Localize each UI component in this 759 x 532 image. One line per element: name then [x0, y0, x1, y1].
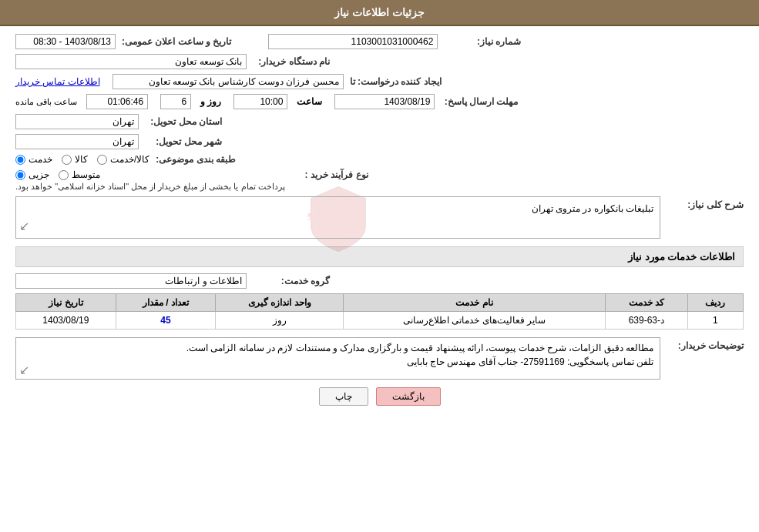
col-name: نام خدمت: [344, 294, 606, 312]
cell-qty: 45: [116, 312, 216, 330]
radio-goods-service-label: کالا/خدمت: [110, 154, 149, 165]
need-description-container: Ana تبلیغات بانکواره در متروی تهران ↙: [15, 196, 660, 239]
date-label: تاریخ و ساعت اعلان عمومی:: [122, 36, 231, 47]
city-row: شهر محل تحویل:: [15, 134, 744, 149]
need-number-label: شماره نیاز:: [444, 36, 521, 47]
contact-link[interactable]: اطلاعات تماس خریدار: [15, 76, 100, 87]
category-radio-group: کالا/خدمت کالا خدمت: [15, 154, 149, 165]
col-code: کد خدمت: [606, 294, 688, 312]
radio-goods-service[interactable]: کالا/خدمت: [97, 154, 149, 165]
col-unit: واحد اندازه گیری: [216, 294, 344, 312]
creator-row: ایجاد کننده درخواست: تا اطلاعات تماس خری…: [15, 74, 744, 89]
main-content: شماره نیاز: تاریخ و ساعت اعلان عمومی: نا…: [0, 26, 759, 421]
radio-partial[interactable]: جزیی: [15, 169, 49, 180]
notes-corner-arrow: ↙: [19, 363, 29, 377]
radio-goods-service-input[interactable]: [97, 155, 107, 165]
page-title: جزئیات اطلاعات نیاز: [334, 6, 425, 18]
buyer-notes-line2: تلفن تماس پاسخگویی: 27591169- جناب آقای …: [22, 356, 653, 367]
radio-partial-label: جزیی: [29, 169, 49, 180]
need-number-input[interactable]: [268, 34, 438, 49]
need-description-label: شرح کلی نیاز:: [667, 196, 744, 210]
radio-goods[interactable]: کالا: [62, 154, 88, 165]
buyer-notes-line1: مطالعه دقیق الزامات، شرح خدمات پیوست، ار…: [22, 343, 653, 353]
radio-medium-label: متوسط: [72, 169, 100, 180]
cell-name: سایر فعالیت‌های خدماتی اطلاع‌رسانی: [344, 312, 606, 330]
cell-date: 1403/08/19: [16, 312, 116, 330]
buyer-org-row: نام دستگاه خریدار:: [15, 54, 744, 69]
category-row: طبقه بندی موضوعی: کالا/خدمت کالا خدمت: [15, 154, 744, 165]
purchase-type-row: نوع فرآیند خرید : متوسط جزیی پرداخت تمام…: [15, 169, 744, 192]
creator-input[interactable]: [113, 74, 344, 89]
buyer-notes-label: توضیحات خریدار:: [667, 337, 744, 351]
deadline-date-input[interactable]: [334, 94, 435, 109]
need-description-row: شرح کلی نیاز: Ana تبلیغات بانکواره در مت…: [15, 196, 744, 239]
need-description-text: تبلیغات بانکواره در متروی تهران: [532, 203, 653, 214]
buyer-org-input[interactable]: [15, 54, 247, 69]
city-input[interactable]: [15, 134, 139, 149]
purchase-type-radio-group: متوسط جزیی: [15, 169, 100, 180]
partial-pay-note: پرداخت تمام یا بخشی از مبلغ خریدار از مح…: [15, 182, 285, 192]
cell-unit: روز: [216, 312, 344, 330]
print-button[interactable]: چاپ: [319, 387, 368, 406]
buyer-notes-row: توضیحات خریدار: مطالعه دقیق الزامات، شرح…: [15, 337, 744, 380]
buyer-notes-box: مطالعه دقیق الزامات، شرح خدمات پیوست، ار…: [15, 337, 660, 380]
col-date: تاریخ نیاز: [16, 294, 116, 312]
radio-medium[interactable]: متوسط: [59, 169, 100, 180]
radio-service[interactable]: خدمت: [15, 154, 52, 165]
deadline-time-input[interactable]: [233, 94, 287, 109]
province-row: استان محل تحویل:: [15, 114, 744, 129]
date-input[interactable]: [15, 34, 116, 49]
service-group-label: گروه خدمت:: [253, 276, 330, 286]
deadline-remaining-input[interactable]: [86, 94, 148, 109]
remaining-label: ساعت باقی مانده: [15, 97, 77, 107]
cell-num: 1: [687, 312, 743, 330]
need-number-row: شماره نیاز: تاریخ و ساعت اعلان عمومی:: [15, 34, 744, 49]
col-qty: تعداد / مقدار: [116, 294, 216, 312]
page-wrapper: جزئیات اطلاعات نیاز شماره نیاز: تاریخ و …: [0, 0, 759, 532]
services-table-section: ردیف کد خدمت نام خدمت واحد اندازه گیری ت…: [15, 293, 744, 330]
radio-service-input[interactable]: [15, 155, 25, 165]
radio-medium-input[interactable]: [59, 170, 69, 180]
corner-arrow-icon: ↙: [19, 216, 29, 236]
button-row: بازگشت چاپ: [15, 387, 744, 406]
deadline-row: مهلت ارسال پاسخ: ساعت روز و ساعت باقی ما…: [15, 94, 744, 109]
province-input[interactable]: [15, 114, 139, 129]
table-row: 1 د-63-639 سایر فعالیت‌های خدماتی اطلاع‌…: [16, 312, 744, 330]
creator-label: ایجاد کننده درخواست: تا: [350, 76, 442, 87]
radio-goods-input[interactable]: [62, 155, 72, 165]
deadline-label: مهلت ارسال پاسخ:: [441, 96, 518, 107]
col-num: ردیف: [687, 294, 743, 312]
radio-service-label: خدمت: [29, 154, 52, 165]
deadline-days-input[interactable]: [160, 94, 191, 109]
deadline-time-label: ساعت: [297, 96, 322, 107]
need-description-box: تبلیغات بانکواره در متروی تهران ↙: [15, 196, 660, 239]
radio-partial-input[interactable]: [15, 170, 25, 180]
radio-goods-label: کالا: [75, 154, 88, 165]
province-label: استان محل تحویل:: [145, 116, 222, 127]
service-group-input[interactable]: [15, 273, 247, 289]
cell-code: د-63-639: [606, 312, 688, 330]
page-header: جزئیات اطلاعات نیاز: [0, 0, 759, 26]
services-section-title: اطلاعات خدمات مورد نیاز: [15, 246, 744, 267]
deadline-days-label: روز و: [200, 96, 221, 107]
service-group-row: گروه خدمت:: [15, 273, 744, 289]
category-label: طبقه بندی موضوعی:: [156, 154, 236, 165]
purchase-type-label: نوع فرآیند خرید :: [291, 169, 368, 180]
buyer-org-label: نام دستگاه خریدار:: [253, 56, 330, 67]
services-table: ردیف کد خدمت نام خدمت واحد اندازه گیری ت…: [15, 293, 744, 330]
back-button[interactable]: بازگشت: [376, 387, 441, 406]
city-label: شهر محل تحویل:: [145, 136, 222, 147]
